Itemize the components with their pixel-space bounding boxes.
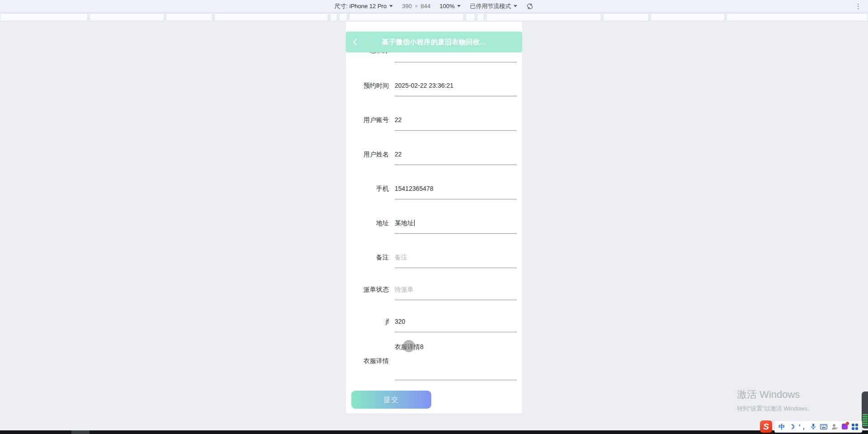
taskbar-edge: [0, 430, 868, 434]
points-input[interactable]: 320: [395, 316, 517, 332]
dimension-separator: ×: [415, 3, 418, 9]
form-row-remark: 备注 备注: [346, 252, 517, 268]
chinese-mode-icon[interactable]: 中: [778, 424, 785, 430]
right-edge-widget: [862, 392, 868, 429]
touch-cursor-indicator: [403, 340, 415, 352]
chevron-down-icon: [389, 5, 393, 7]
field-label: 衣服详情: [346, 356, 389, 365]
chevron-down-icon: [514, 5, 517, 7]
field-label: 预约时间: [346, 80, 389, 96]
viewport-height-input[interactable]: 844: [420, 3, 430, 9]
strip-cell: [214, 13, 328, 21]
page-title: 基于微信小程序的废旧衣物回收...: [382, 38, 486, 47]
skin-palette-icon[interactable]: [842, 424, 848, 429]
form-row-address: 地址 某地址: [346, 218, 517, 234]
throttle-select-label: 已停用节流模式: [470, 2, 511, 10]
dispatch-status-input[interactable]: 待派单: [395, 284, 517, 300]
device-select-label: 尺寸: iPhone 12 Pro: [335, 2, 387, 10]
form-row-phone: 手机 15412365478: [346, 184, 517, 199]
strip-cell: [0, 13, 88, 21]
strip-cell: [466, 13, 475, 21]
background-table-header-strip: [0, 13, 868, 22]
sogou-logo-icon[interactable]: S: [760, 420, 772, 433]
rotate-icon: [526, 3, 533, 10]
address-input[interactable]: 某地址: [395, 218, 517, 234]
field-label: 手机: [346, 184, 389, 199]
remark-input[interactable]: 备注: [395, 252, 517, 268]
field-label: 用户姓名: [346, 149, 389, 165]
device-viewport: 总积分 320 基于微信小程序的废旧衣物回收... 预约时间 2025-02-2…: [346, 22, 522, 413]
strip-cell: [486, 13, 601, 21]
keyboard-icon[interactable]: [820, 424, 827, 429]
user-profile-icon[interactable]: [831, 424, 838, 429]
user-name-input[interactable]: 22: [395, 149, 517, 165]
taskbar-edge-segment: [71, 430, 90, 434]
level-indicator: [863, 414, 868, 426]
rotate-device-button[interactable]: [526, 3, 533, 10]
chevron-down-icon: [457, 5, 461, 7]
strip-cell: [603, 13, 649, 21]
form-row-user-name: 用户姓名 22: [346, 149, 517, 165]
microphone-icon[interactable]: [811, 423, 816, 430]
watermark-title: 激活 Windows: [737, 388, 813, 401]
toolbox-grid-icon[interactable]: [852, 424, 858, 430]
watermark-subtitle: 转到“设置”以激活 Windows。: [737, 405, 813, 413]
windows-activation-watermark: 激活 Windows 转到“设置”以激活 Windows。: [737, 388, 813, 413]
field-label: jf: [346, 316, 389, 332]
zoom-select[interactable]: 100%: [439, 3, 461, 9]
strip-cell: [477, 13, 484, 21]
ime-toolbar: S 中 ☽ ’，: [760, 420, 862, 433]
viewport-width-input[interactable]: 390: [402, 3, 412, 9]
field-label: 备注: [346, 252, 389, 268]
strip-cell: [90, 13, 164, 21]
device-select[interactable]: 尺寸: iPhone 12 Pro: [335, 2, 393, 10]
form-row-points: jf 320: [346, 316, 517, 332]
toolbar-overflow-menu-button[interactable]: ⋮: [855, 1, 862, 11]
strip-cell: [166, 13, 212, 21]
viewport-size-group: 390 × 844: [402, 3, 430, 9]
field-label: 用户账号: [346, 115, 389, 131]
ime-panel: 中 ☽ ’，: [774, 420, 862, 433]
phone-input[interactable]: 15412365478: [395, 184, 517, 199]
strip-cell: [726, 13, 868, 21]
form-row-user-account: 用户账号 22: [346, 115, 517, 131]
field-label: 地址: [346, 218, 389, 234]
address-value: 某地址: [395, 219, 414, 226]
strip-cell: [330, 13, 337, 21]
strip-cell: [339, 13, 347, 21]
throttle-select[interactable]: 已停用节流模式: [470, 2, 517, 10]
submit-button[interactable]: 提交: [351, 391, 431, 409]
field-label: 派单状态: [346, 284, 389, 300]
punctuation-icon[interactable]: ’，: [799, 424, 807, 430]
form-row-appointment-time: 预约时间 2025-02-22 23:36:21: [346, 80, 517, 96]
app-header: 基于微信小程序的废旧衣物回收...: [346, 32, 522, 52]
form-row-dispatch-status: 派单状态 待派单: [346, 284, 517, 300]
devtools-device-toolbar: 尺寸: iPhone 12 Pro 390 × 844 100% 已停用节流模式…: [0, 0, 868, 13]
form-row-clothing-detail: 衣服详情 衣服详情8: [346, 340, 517, 380]
zoom-select-label: 100%: [439, 3, 454, 9]
text-cursor: [414, 220, 415, 226]
back-icon[interactable]: [352, 38, 358, 46]
user-account-input[interactable]: 22: [395, 115, 517, 131]
strip-cell: [651, 13, 725, 21]
appointment-time-input[interactable]: 2025-02-22 23:36:21: [395, 80, 517, 96]
moon-icon[interactable]: ☽: [789, 424, 795, 430]
strip-cell: [349, 13, 464, 21]
